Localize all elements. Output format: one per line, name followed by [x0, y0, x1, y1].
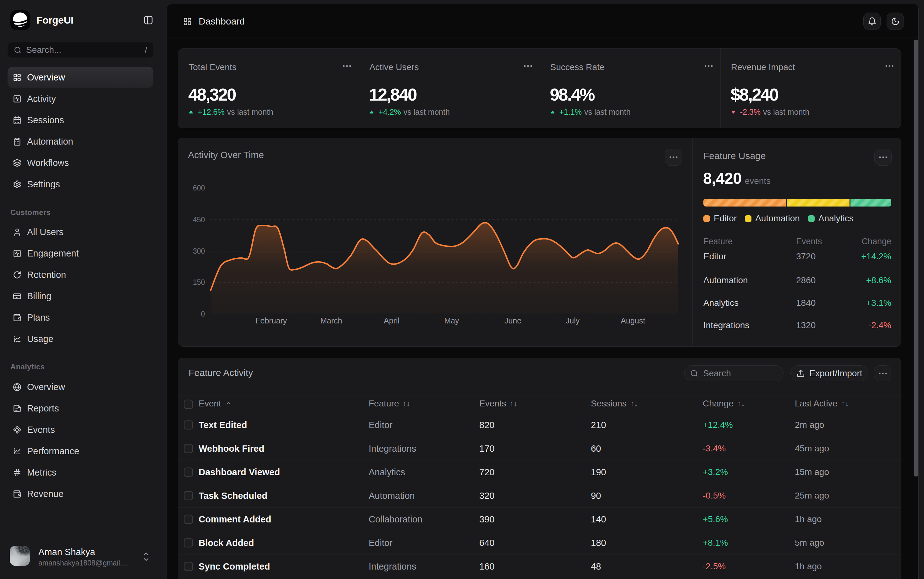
svg-text:June: June	[504, 316, 521, 325]
svg-text:April: April	[384, 316, 400, 325]
svg-text:August: August	[621, 316, 645, 325]
svg-text:March: March	[320, 316, 342, 325]
svg-text:February: February	[256, 316, 287, 325]
svg-text:300: 300	[193, 247, 205, 255]
svg-text:600: 600	[193, 184, 205, 192]
svg-text:May: May	[444, 316, 459, 325]
svg-text:150: 150	[193, 278, 205, 286]
svg-text:450: 450	[193, 216, 205, 224]
svg-text:0: 0	[201, 310, 205, 318]
svg-text:July: July	[566, 316, 580, 325]
